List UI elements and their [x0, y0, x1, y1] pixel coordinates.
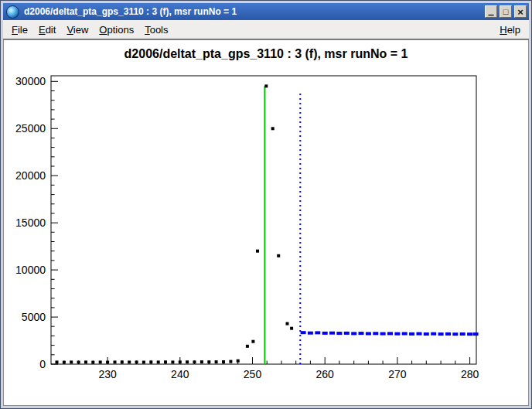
- svg-text:5000: 5000: [22, 311, 46, 323]
- svg-text:250: 250: [244, 368, 262, 380]
- plot-frame: [51, 76, 476, 364]
- svg-text:0: 0: [39, 358, 46, 370]
- root-canvas-window: d2006/deltat_pta_gps_3110 : 3 (f), msr r…: [0, 0, 532, 409]
- svg-text:10000: 10000: [15, 264, 46, 276]
- svg-text:230: 230: [98, 368, 117, 380]
- window-title: d2006/deltat_pta_gps_3110 : 3 (f), msr r…: [24, 6, 483, 17]
- menu-edit[interactable]: Edit: [33, 22, 61, 38]
- titlebar: d2006/deltat_pta_gps_3110 : 3 (f), msr r…: [3, 3, 529, 20]
- data-histogram[interactable]: [56, 84, 294, 363]
- menu-file[interactable]: File: [6, 22, 33, 38]
- close-button[interactable]: ×: [514, 5, 527, 18]
- svg-text:270: 270: [388, 368, 407, 380]
- minimize-icon: ▁: [489, 9, 494, 15]
- maximize-button[interactable]: □: [500, 5, 512, 18]
- canvas: 2302402502602702800500010000150002000025…: [3, 39, 529, 406]
- menu-tools[interactable]: Tools: [139, 22, 173, 38]
- plot-title: d2006/deltat_pta_gps_3110 : 3 (f), msr r…: [4, 47, 528, 61]
- minimize-button[interactable]: ▁: [485, 5, 497, 18]
- svg-text:15000: 15000: [15, 216, 46, 229]
- svg-text:25000: 25000: [15, 122, 46, 135]
- svg-text:20000: 20000: [15, 169, 46, 182]
- svg-text:280: 280: [461, 368, 479, 380]
- theory-tail[interactable]: [301, 331, 479, 336]
- menubar: FileEditViewOptionsToolsHelp: [3, 20, 529, 39]
- svg-text:240: 240: [171, 368, 189, 380]
- plot-area[interactable]: 2302402502602702800500010000150002000025…: [4, 40, 528, 406]
- axis-ticks: [51, 81, 470, 364]
- svg-text:30000: 30000: [15, 75, 46, 87]
- menu-options[interactable]: Options: [94, 22, 139, 38]
- menu-help[interactable]: Help: [494, 22, 526, 38]
- close-icon: ×: [517, 7, 523, 17]
- menu-view[interactable]: View: [61, 22, 94, 38]
- app-icon[interactable]: [6, 5, 19, 19]
- maximize-icon: □: [503, 8, 509, 16]
- svg-text:260: 260: [316, 368, 335, 380]
